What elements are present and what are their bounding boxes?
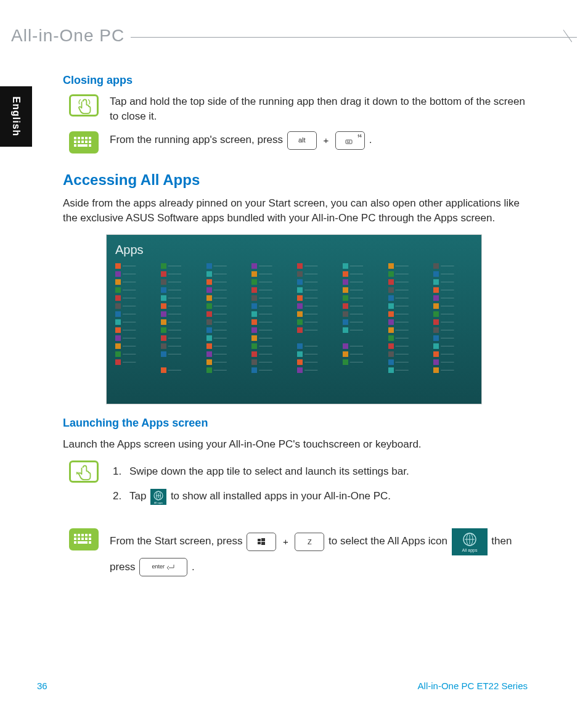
app-tile: ─────: [343, 263, 382, 269]
app-tile: ─────: [206, 359, 246, 365]
app-tile: ─────: [161, 263, 200, 269]
language-tab: English: [0, 86, 32, 147]
keyboard-close-text: From the running app's screen, press alt…: [110, 131, 528, 150]
svg-rect-13: [89, 144, 91, 147]
svg-rect-3: [81, 137, 84, 139]
app-tile: ─────: [206, 271, 246, 277]
app-tile: ─────: [433, 271, 473, 277]
app-tile: ─────: [206, 335, 246, 341]
app-tile: ─────: [388, 287, 428, 293]
app-tile: ─────: [297, 351, 337, 357]
app-tile: ─────: [161, 295, 200, 301]
touch-launch-steps: Swipe down the app tile to select and la…: [110, 460, 528, 515]
svg-rect-30: [89, 538, 91, 540]
svg-rect-7: [78, 141, 80, 143]
app-tile: ─────: [343, 343, 382, 349]
app-tile: ─────: [343, 295, 382, 301]
header-title: All-in-One PC: [11, 26, 131, 46]
language-label: English: [10, 97, 22, 137]
app-tile: ─────: [297, 367, 337, 373]
app-tile: ─────: [251, 287, 291, 293]
app-tile: ─────: [161, 311, 200, 317]
app-tile: ─────: [161, 327, 200, 333]
svg-rect-23: [81, 534, 84, 536]
app-tile: ─────: [206, 343, 246, 349]
app-tile: ─────: [251, 279, 291, 285]
svg-rect-4: [85, 137, 88, 139]
key-f4: [335, 131, 365, 150]
step2-suffix: to show all installed apps in your All-i…: [171, 490, 391, 502]
app-tile: ─────: [115, 279, 155, 285]
app-tile: ─────: [297, 311, 337, 317]
heading-launching-apps: Launching the Apps screen: [63, 415, 528, 431]
app-tile: ─────: [297, 287, 337, 293]
app-tile: ─────: [161, 335, 200, 341]
app-tile: ─────: [161, 271, 200, 277]
app-tile: ─────: [115, 263, 155, 269]
app-tile: ─────: [433, 351, 473, 357]
app-tile: ─────: [388, 359, 428, 365]
svg-rect-10: [89, 141, 91, 143]
app-tile: ─────: [206, 287, 246, 293]
heading-accessing-all-apps: Accessing All Apps: [63, 170, 528, 190]
app-tile: ─────: [297, 271, 337, 277]
svg-rect-9: [85, 141, 88, 143]
svg-rect-36: [258, 542, 261, 544]
app-tile: ─────: [161, 279, 200, 285]
svg-rect-15: [347, 141, 348, 141]
row-keyboard-close: From the running app's screen, press alt…: [69, 131, 528, 153]
app-tile: ─────: [206, 311, 246, 317]
kb-launch-prefix: From the Start screen, press: [110, 535, 245, 547]
app-tile: ─────: [206, 351, 246, 357]
svg-text:All apps: All apps: [462, 548, 477, 553]
series-label: All-in-One PC ET22 Series: [418, 681, 528, 691]
heading-closing-apps: Closing apps: [63, 73, 528, 88]
app-tile: ─────: [343, 327, 382, 333]
apps-grid: ────────────────────────────────────────…: [115, 263, 473, 373]
kb-launch-mid: to select the All Apps icon: [329, 535, 451, 547]
app-tile: ─────: [388, 327, 428, 333]
row-touch-close: Tap and hold the top side of the running…: [69, 94, 528, 124]
app-tile: ─────: [388, 271, 428, 277]
app-tile: ─────: [297, 263, 337, 269]
svg-rect-0: [73, 99, 95, 114]
app-tile: ─────: [433, 319, 473, 325]
row-touch-launch: Swipe down the app tile to select and la…: [69, 460, 528, 515]
svg-rect-12: [78, 144, 88, 147]
svg-rect-17: [347, 142, 350, 142]
app-tile: ─────: [388, 335, 428, 341]
app-tile: ─────: [251, 359, 291, 365]
app-tile: ─────: [115, 359, 155, 365]
plus-icon: +: [283, 531, 288, 552]
app-tile: ─────: [161, 367, 200, 373]
svg-rect-22: [78, 534, 80, 536]
svg-rect-8: [81, 141, 84, 143]
keyboard-icon: [69, 528, 99, 550]
app-tile: ─────: [206, 303, 246, 309]
launch-step-1: Swipe down the app tile to select and la…: [125, 464, 528, 479]
app-tile: ─────: [297, 279, 337, 285]
kb-launch-period: .: [192, 561, 195, 573]
step2-prefix: Tap: [129, 490, 149, 502]
app-tile: ─────: [251, 335, 291, 341]
app-tile: ─────: [206, 279, 246, 285]
svg-rect-28: [81, 538, 84, 540]
app-tile: ─────: [388, 343, 428, 349]
app-tile: ─────: [206, 367, 246, 373]
svg-rect-34: [258, 539, 261, 541]
app-tile: ─────: [297, 319, 337, 325]
app-tile: ─────: [433, 303, 473, 309]
key-windows: [247, 533, 276, 551]
app-tile: ─────: [433, 327, 473, 333]
page-content: Closing apps Tap and hold the top side o…: [63, 73, 528, 586]
app-tile: ─────: [115, 335, 155, 341]
app-tile: ─────: [161, 343, 200, 349]
app-tile: ─────: [388, 303, 428, 309]
apps-screen-screenshot: Apps ───────────────────────────────────…: [106, 234, 482, 404]
page-header: All-in-One PC: [11, 26, 577, 48]
app-tile: ─────: [433, 295, 473, 301]
app-tile: ─────: [115, 351, 155, 357]
app-tile: ─────: [251, 295, 291, 301]
app-tile: ─────: [251, 311, 291, 317]
app-tile: ─────: [161, 319, 200, 325]
